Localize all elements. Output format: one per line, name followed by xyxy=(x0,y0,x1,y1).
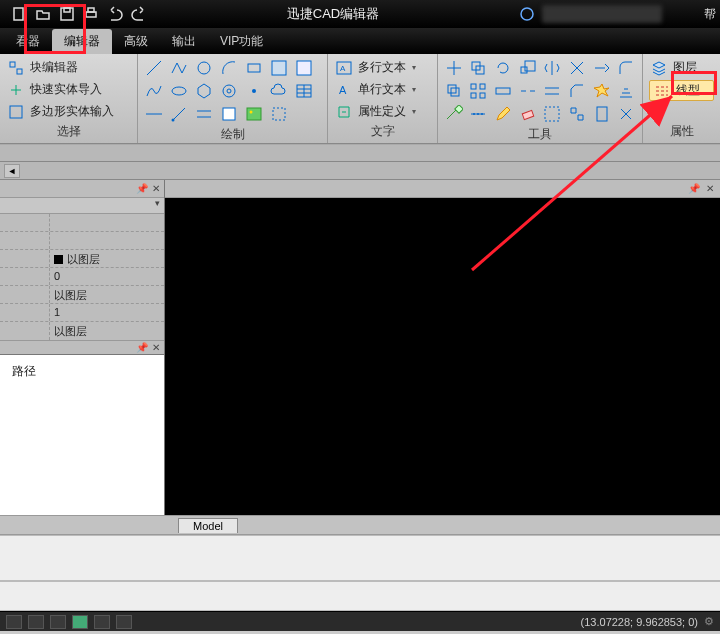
stext-button[interactable]: A 单行文本 ▾ xyxy=(334,80,431,99)
donut-tool-icon[interactable] xyxy=(219,81,239,101)
redo-icon[interactable] xyxy=(128,3,150,25)
osnap-toggle-icon[interactable] xyxy=(94,615,110,629)
print-icon[interactable] xyxy=(80,3,102,25)
globe-icon[interactable] xyxy=(516,3,538,25)
mtext-button[interactable]: A 多行文本 ▾ xyxy=(334,58,431,77)
point-tool-icon[interactable] xyxy=(244,81,264,101)
tab-advanced[interactable]: 高级 xyxy=(112,29,160,54)
panel-head: 📌 ✕ xyxy=(0,180,164,198)
linetype-label: 线型 xyxy=(676,82,700,99)
region-tool-icon[interactable] xyxy=(294,58,314,78)
attrdef-button[interactable]: 属性定义 ▾ xyxy=(334,102,431,121)
trim-tool-icon[interactable] xyxy=(567,58,587,78)
ray-tool-icon[interactable] xyxy=(169,104,189,124)
tab-output[interactable]: 输出 xyxy=(160,29,208,54)
svg-rect-35 xyxy=(480,93,485,98)
pin-icon[interactable]: 📌 xyxy=(688,183,700,194)
cloud-tool-icon[interactable] xyxy=(269,81,289,101)
array-tool-icon[interactable] xyxy=(469,81,489,101)
rotate-tool-icon[interactable] xyxy=(493,58,513,78)
mtext-label: 多行文本 xyxy=(358,59,406,76)
grid-row-one[interactable]: 1 xyxy=(50,304,164,321)
chevron-left-icon[interactable]: ◄ xyxy=(4,164,20,178)
drawing-canvas[interactable]: 📌 ✕ xyxy=(165,180,720,515)
status-gear-icon[interactable]: ⚙ xyxy=(704,615,714,628)
rectangle-tool-icon[interactable] xyxy=(244,58,264,78)
offset-tool-icon[interactable] xyxy=(444,81,464,101)
image-tool-icon[interactable] xyxy=(244,104,264,124)
copy-tool-icon[interactable] xyxy=(469,58,489,78)
explode-tool-icon[interactable] xyxy=(592,81,612,101)
erase-tool-icon[interactable] xyxy=(518,104,538,124)
poly-import-button[interactable]: 多边形实体输入 xyxy=(6,102,131,121)
align-tool-icon[interactable] xyxy=(616,81,636,101)
table-tool-icon[interactable] xyxy=(294,81,314,101)
wipeout-tool-icon[interactable] xyxy=(219,104,239,124)
svg-rect-37 xyxy=(455,105,463,113)
match-tool-icon[interactable] xyxy=(616,104,636,124)
open-icon[interactable] xyxy=(32,3,54,25)
app-title: 迅捷CAD编辑器 xyxy=(150,5,516,23)
arc-tool-icon[interactable] xyxy=(219,58,239,78)
new-file-icon[interactable] xyxy=(8,3,30,25)
measure-tool-icon[interactable] xyxy=(444,104,464,124)
break-tool-icon[interactable] xyxy=(518,81,538,101)
boundary-tool-icon[interactable] xyxy=(269,104,289,124)
divide-tool-icon[interactable] xyxy=(469,104,489,124)
undo-icon[interactable] xyxy=(104,3,126,25)
command-area-2[interactable] xyxy=(0,581,720,611)
tab-editor[interactable]: 编辑器 xyxy=(52,29,112,54)
mirror-tool-icon[interactable] xyxy=(543,58,563,78)
spline-tool-icon[interactable] xyxy=(144,81,164,101)
ellipse-tool-icon[interactable] xyxy=(169,81,189,101)
thin-bar-2: ◄ xyxy=(0,162,720,180)
circle-tool-icon[interactable] xyxy=(194,58,214,78)
pin-icon[interactable]: 📌 xyxy=(136,342,148,353)
dropdown-icon[interactable]: ▾ xyxy=(412,63,416,72)
quick-import-button[interactable]: 快速实体导入 xyxy=(6,80,131,99)
hatch-tool-icon[interactable] xyxy=(269,58,289,78)
stretch-tool-icon[interactable] xyxy=(493,81,513,101)
polyline-tool-icon[interactable] xyxy=(169,58,189,78)
svg-rect-4 xyxy=(88,8,94,12)
edit-tool-icon[interactable] xyxy=(493,104,513,124)
line-tool-icon[interactable] xyxy=(144,58,164,78)
grid-row-zero[interactable]: 0 xyxy=(50,268,164,285)
snap-toggle-icon[interactable] xyxy=(6,615,22,629)
move-tool-icon[interactable] xyxy=(444,58,464,78)
grid-toggle-icon[interactable] xyxy=(28,615,44,629)
linetype-button[interactable]: 线型 xyxy=(649,80,714,101)
help-button[interactable]: 帮 xyxy=(704,6,716,23)
save-icon[interactable] xyxy=(56,3,78,25)
props-tool-icon[interactable] xyxy=(592,104,612,124)
polygon-tool-icon[interactable] xyxy=(194,81,214,101)
close-icon[interactable]: ✕ xyxy=(706,183,714,194)
dropdown-icon[interactable]: ▾ xyxy=(412,107,416,116)
block-editor-button[interactable]: 块编辑器 xyxy=(6,58,131,77)
model-tab[interactable]: Model xyxy=(178,518,238,533)
dropdown-chevron-icon[interactable]: ▾ xyxy=(155,198,160,213)
ortho-toggle-icon[interactable] xyxy=(50,615,66,629)
grid-row-bylayer-1[interactable]: 以图层 xyxy=(50,250,164,267)
dropdown-icon[interactable]: ▾ xyxy=(412,85,416,94)
polar-toggle-icon[interactable] xyxy=(72,615,88,629)
grid-row-bylayer-3[interactable]: 以图层 xyxy=(50,322,164,340)
scale-tool-icon[interactable] xyxy=(518,58,538,78)
group-tool-icon[interactable] xyxy=(543,104,563,124)
close-icon[interactable]: ✕ xyxy=(152,183,160,194)
extend-tool-icon[interactable] xyxy=(592,58,612,78)
close-icon[interactable]: ✕ xyxy=(152,342,160,353)
layer-button[interactable]: 图层 xyxy=(649,58,714,77)
multiline-tool-icon[interactable] xyxy=(194,104,214,124)
command-area-1[interactable] xyxy=(0,535,720,581)
otrack-toggle-icon[interactable] xyxy=(116,615,132,629)
tab-vip[interactable]: VIP功能 xyxy=(208,29,275,54)
grid-row-bylayer-2[interactable]: 以图层 xyxy=(50,286,164,303)
ungroup-tool-icon[interactable] xyxy=(567,104,587,124)
join-tool-icon[interactable] xyxy=(543,81,563,101)
chamfer-tool-icon[interactable] xyxy=(567,81,587,101)
tab-viewer[interactable]: 看器 xyxy=(4,29,52,54)
pin-icon[interactable]: 📌 xyxy=(136,183,148,194)
fillet-tool-icon[interactable] xyxy=(616,58,636,78)
xline-tool-icon[interactable] xyxy=(144,104,164,124)
